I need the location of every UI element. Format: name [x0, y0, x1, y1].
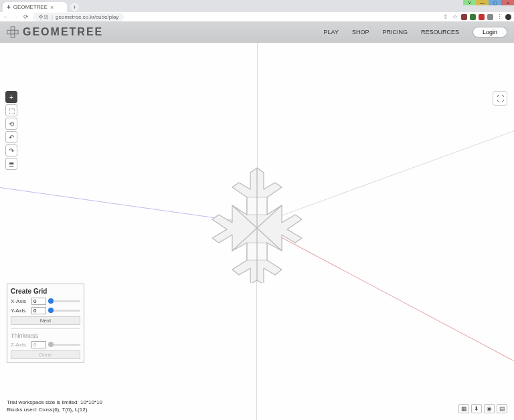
new-tab-button[interactable]: + [70, 3, 79, 11]
tab-strip: + GEOMETREE × + [3, 2, 79, 12]
brand-title: GEOMETREE [23, 26, 103, 38]
y-axis-slider[interactable] [48, 310, 80, 312]
url-separator: | [52, 14, 53, 20]
address-bar: ← → ⟳ 주의 | geometree.co.kr/cube/play ⇪ ☆… [0, 12, 514, 21]
slider-thumb-icon [48, 308, 54, 313]
list-icon: ≣ [9, 161, 14, 168]
svg-rect-3 [15, 30, 18, 33]
x-axis-row: X-Axis [11, 298, 80, 305]
star-icon[interactable]: ☆ [452, 13, 458, 20]
nav-pricing[interactable]: PRICING [382, 29, 408, 35]
next-button[interactable]: Next [11, 316, 80, 325]
nav-resources[interactable]: RESOURCES [421, 29, 459, 35]
z-axis-label: Z-Axis [11, 342, 29, 348]
redo-tool[interactable]: ↷ [5, 144, 17, 156]
panel-divider [11, 328, 80, 329]
tab-title: GEOMETREE [13, 4, 48, 10]
slider-thumb-icon [48, 342, 54, 347]
menu-dots-icon[interactable]: ⋮ [496, 13, 503, 20]
slider-thumb-icon [48, 298, 54, 304]
ext-icon-3[interactable] [479, 14, 485, 20]
rotate-icon: ⟲ [9, 120, 14, 128]
plus-icon: + [9, 94, 13, 101]
thickness-title: Thinkness [11, 332, 80, 339]
z-axis-input[interactable] [31, 341, 46, 348]
extensions-row: ⇪ ☆ ⋮ [442, 13, 511, 20]
expand-icon: ⛶ [497, 94, 504, 102]
app-header: GEOMETREE PLAY SHOP PRICING RESOURCES Lo… [0, 21, 514, 43]
list-tool[interactable]: ≣ [5, 158, 17, 170]
status-line-2: Blocks used: Cross(6), T(0), L(12) [7, 407, 102, 413]
panel-title: Create Grid [11, 288, 80, 295]
reload-icon[interactable]: ⟳ [23, 13, 29, 20]
expand-view-button[interactable]: ⛶ [493, 91, 507, 106]
3d-viewport[interactable]: + ⬚ ⟲ ↶ ↷ ≣ ⛶ Create Grid X-Axis Y-Axis … [0, 43, 514, 420]
svg-rect-1 [11, 34, 14, 37]
status-footer: Trial workspace size is limited: 10*10*1… [7, 399, 102, 413]
ext-icon-1[interactable] [461, 14, 467, 20]
y-axis-input[interactable] [31, 307, 46, 314]
layers-button[interactable]: ▤ [497, 404, 507, 413]
svg-rect-0 [11, 27, 14, 30]
forward-icon[interactable]: → [13, 13, 19, 20]
camera-button[interactable]: ◉ [484, 404, 495, 413]
logo-icon [7, 26, 19, 38]
rotate-tool[interactable]: ⟲ [5, 118, 17, 130]
puzzle-icon[interactable] [487, 14, 493, 20]
avatar-icon[interactable] [505, 14, 511, 20]
browser-tab[interactable]: + GEOMETREE × [3, 2, 67, 12]
tab-close-icon[interactable]: × [50, 4, 54, 11]
security-badge: 주의 [38, 13, 49, 21]
login-button[interactable]: Login [473, 27, 507, 37]
camera-icon: ◉ [487, 405, 492, 412]
model-object[interactable] [200, 163, 314, 286]
window-keep-icon[interactable]: ∨ [463, 0, 476, 5]
download-icon: ⬇ [474, 405, 479, 412]
export-button[interactable]: ⬇ [471, 404, 482, 413]
select-tool[interactable]: ⬚ [5, 104, 17, 116]
svg-rect-4 [11, 30, 14, 33]
window-max-icon[interactable]: □ [489, 0, 501, 5]
window-controls: ∨ — □ × [463, 0, 514, 5]
selection-icon: ⬚ [9, 107, 15, 114]
plus-favicon-icon: + [7, 3, 11, 11]
window-min-icon[interactable]: — [476, 0, 489, 5]
left-toolbar: + ⬚ ⟲ ↶ ↷ ≣ [5, 91, 17, 170]
y-axis-label: Y-Axis [11, 308, 29, 314]
browser-chrome: ∨ — □ × + GEOMETREE × + ← → ⟳ 주의 | geome… [0, 0, 514, 21]
z-axis-row: Z-Axis [11, 341, 80, 348]
back-icon[interactable]: ← [3, 13, 9, 20]
layers-icon: ▤ [499, 405, 505, 412]
share-icon[interactable]: ⇪ [442, 13, 449, 20]
snapshot-button[interactable]: ▦ [458, 404, 469, 413]
add-tool[interactable]: + [5, 91, 17, 103]
url-field[interactable]: 주의 | geometree.co.kr/cube/play [33, 13, 124, 21]
undo-tool[interactable]: ↶ [5, 131, 17, 143]
x-axis-input[interactable] [31, 298, 46, 305]
ext-icon-2[interactable] [470, 14, 476, 20]
redo-icon: ↷ [9, 147, 14, 154]
url-text: geometree.co.kr/cube/play [56, 14, 118, 20]
undo-icon: ↶ [9, 134, 14, 141]
z-axis-slider[interactable] [48, 344, 80, 346]
svg-rect-2 [7, 30, 11, 33]
status-line-1: Trial workspace size is limited: 10*10*1… [7, 399, 102, 406]
nav-shop[interactable]: SHOP [352, 29, 369, 35]
grid-icon: ▦ [461, 405, 467, 412]
bottom-right-toolbar: ▦ ⬇ ◉ ▤ [458, 404, 507, 413]
x-axis-slider[interactable] [48, 300, 80, 302]
nav-play[interactable]: PLAY [324, 29, 339, 35]
y-axis-row: Y-Axis [11, 307, 80, 314]
window-close-icon[interactable]: × [501, 0, 514, 5]
x-axis-label: X-Axis [11, 298, 29, 304]
create-grid-panel: Create Grid X-Axis Y-Axis Next Thinkness… [7, 284, 84, 363]
done-button[interactable]: Done [11, 350, 80, 359]
